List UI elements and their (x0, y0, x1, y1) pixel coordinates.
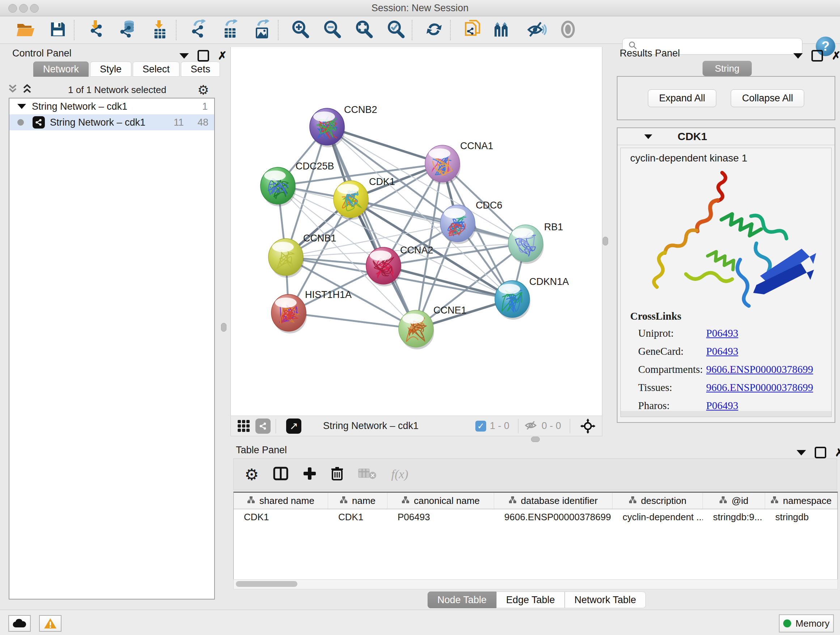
network-collection-row[interactable]: String Network – cdk1 1 (9, 98, 214, 114)
zoom-in-button[interactable] (289, 19, 312, 41)
network-row[interactable]: String Network – cdk1 11 48 (9, 114, 214, 130)
close-panel-icon[interactable]: ✗ (832, 51, 840, 60)
tab-network[interactable]: Network (33, 62, 88, 77)
network-canvas[interactable]: CCNB2CCNA1CDC25BCDK1CDC6RB1CCNB1CCNA2CDK… (231, 47, 602, 416)
tab-style[interactable]: Style (90, 62, 131, 77)
table-row[interactable]: CDK1CDK1P064939606.ENSP00000378699cyclin… (234, 509, 837, 524)
table-cell[interactable]: stringdb:9... (703, 509, 765, 524)
open-in-new-window-icon[interactable]: ↗ (286, 418, 302, 434)
copy-document-button[interactable] (461, 19, 484, 41)
show-columns-icon[interactable] (273, 467, 288, 482)
zoom-selected-button[interactable] (384, 19, 407, 41)
warnings-button[interactable] (39, 615, 62, 632)
add-column-icon[interactable] (303, 467, 317, 482)
network-options-gear-icon[interactable]: ⚙ (197, 82, 209, 97)
float-panel-icon[interactable] (197, 50, 209, 62)
gene-caret-icon[interactable] (644, 134, 652, 139)
first-neighbors-button[interactable] (493, 19, 516, 41)
export-network-button[interactable] (187, 19, 210, 41)
table-options-gear-icon[interactable]: ⚙ (245, 465, 259, 484)
memory-button[interactable]: Memory (779, 614, 834, 632)
zoom-fit-button[interactable] (352, 19, 376, 41)
table-cell[interactable]: P06493 (387, 509, 494, 524)
results-scrollbar[interactable] (621, 411, 831, 417)
table-cell[interactable]: CDK1 (328, 509, 387, 524)
import-network-button[interactable] (85, 19, 108, 41)
column-type-icon (247, 495, 255, 507)
expand-all-networks-icon[interactable] (22, 84, 32, 96)
cloud-status-button[interactable] (8, 615, 31, 632)
collapse-panel-icon[interactable] (797, 450, 806, 455)
column-header-description[interactable]: description (613, 493, 703, 509)
node-CDC6[interactable]: CDC6 (440, 200, 502, 244)
string-view-icon[interactable] (256, 418, 271, 434)
tab-string[interactable]: String (703, 61, 752, 76)
node-CDKN1A[interactable]: CDKN1A (495, 276, 569, 320)
show-all-button[interactable] (556, 19, 579, 41)
table-cell[interactable]: cyclin-dependent ... (613, 509, 703, 524)
tab-edge-table[interactable]: Edge Table (496, 592, 565, 608)
edge-HIST1H1A-CCNE1[interactable] (289, 313, 416, 329)
import-database-button[interactable] (117, 19, 140, 41)
save-session-button[interactable] (46, 19, 69, 41)
table-cell[interactable]: CDK1 (234, 509, 328, 524)
export-table-button[interactable] (218, 19, 242, 41)
node-HIST1H1A[interactable]: HIST1H1A (271, 289, 352, 333)
crosslink-link[interactable]: P06493 (706, 345, 738, 357)
table-cell[interactable]: stringdb (765, 509, 837, 524)
table-cell[interactable]: 9606.ENSP00000378699 (494, 509, 613, 524)
open-session-button[interactable] (14, 19, 38, 41)
crosslink-link[interactable]: 9606.ENSP00000378699 (706, 363, 813, 375)
birds-eye-view-icon[interactable] (580, 418, 595, 434)
float-panel-icon[interactable] (815, 447, 826, 458)
grid-view-icon[interactable] (237, 420, 250, 432)
refresh-button[interactable] (423, 19, 446, 41)
collapse-panel-icon[interactable] (793, 53, 803, 59)
warning-icon (44, 618, 57, 629)
tab-network-table[interactable]: Network Table (565, 592, 646, 608)
expand-all-button[interactable]: Expand All (648, 89, 717, 107)
selected-items-checkbox-icon[interactable]: ✓ (475, 421, 486, 432)
collection-caret-icon[interactable] (17, 104, 26, 109)
column-header-canonical-name[interactable]: canonical name (387, 493, 494, 509)
column-header-name[interactable]: name (328, 493, 387, 509)
left-splitter-handle[interactable] (221, 323, 226, 332)
node-table[interactable]: shared namenamecanonical namedatabase id… (233, 492, 838, 581)
node-CCNB1[interactable]: CCNB1 (268, 233, 336, 278)
column-header-database-identifier[interactable]: database identifier (494, 493, 613, 509)
node-RB1[interactable]: RB1 (508, 222, 563, 264)
tab-sets[interactable]: Sets (181, 62, 220, 77)
bottom-splitter-handle[interactable] (531, 437, 540, 442)
close-panel-icon[interactable]: ✗ (218, 51, 227, 60)
column-type-icon (508, 495, 516, 507)
gene-section-header[interactable]: CDK1 (617, 128, 835, 145)
import-table-button[interactable] (148, 19, 172, 41)
scrollbar-thumb[interactable] (236, 581, 297, 587)
column-header-namespace[interactable]: namespace (765, 493, 837, 509)
node-CCNB2[interactable]: CCNB2 (309, 104, 377, 147)
column-header--id[interactable]: @id (703, 493, 765, 509)
float-panel-icon[interactable] (812, 50, 823, 62)
close-panel-icon[interactable]: ✗ (835, 448, 840, 457)
right-splitter-handle[interactable] (603, 237, 608, 245)
node-label-HIST1H1A: HIST1H1A (305, 289, 352, 300)
edge-CCNA2-CDKN1A[interactable] (384, 266, 512, 299)
tab-node-table[interactable]: Node Table (428, 592, 496, 608)
hide-selected-button[interactable] (524, 19, 548, 41)
crosslink-link[interactable]: P06493 (706, 327, 738, 339)
toolbar-separator (412, 20, 412, 40)
delete-table-icon: ✕ (358, 467, 377, 481)
column-header-shared-name[interactable]: shared name (234, 493, 328, 509)
collapse-all-networks-icon[interactable] (8, 84, 17, 96)
crosslink-link[interactable]: P06493 (706, 400, 738, 412)
delete-column-icon[interactable] (331, 466, 343, 482)
zoom-out-button[interactable] (321, 19, 344, 41)
tab-select[interactable]: Select (133, 62, 180, 77)
collapse-all-button[interactable]: Collapse All (731, 89, 804, 107)
table-horizontal-scrollbar[interactable] (233, 579, 838, 589)
node-CCNA1[interactable]: CCNA1 (425, 141, 493, 184)
collapse-panel-icon[interactable] (180, 53, 189, 59)
crosslink-link[interactable]: 9606.ENSP00000378699 (706, 382, 813, 394)
zoom-in-icon (291, 20, 309, 40)
export-image-button[interactable] (250, 19, 273, 41)
